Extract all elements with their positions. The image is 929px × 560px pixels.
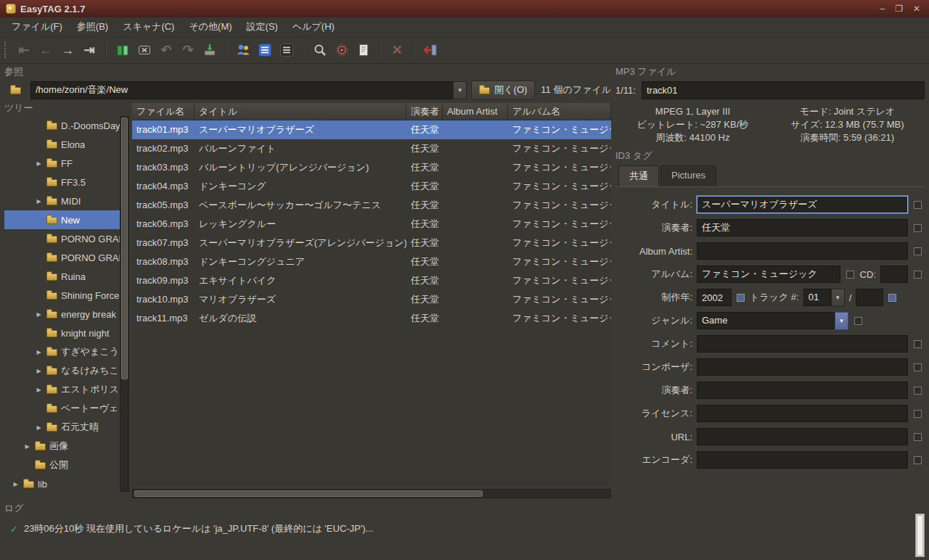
log-scrollbar[interactable] [915, 514, 925, 557]
file-row[interactable]: track03.mp3バルーントリップ(アレンジバージョン)任天堂ファミコン・ミ… [132, 158, 611, 177]
artist-checkbox[interactable] [914, 224, 922, 232]
show-log-button[interactable] [353, 40, 374, 60]
cd-input[interactable] [880, 265, 908, 283]
tree-item[interactable]: ▶MIDI [4, 192, 120, 210]
tree-item[interactable]: ▶エストポリス [4, 380, 120, 399]
tree-item[interactable]: PORNO GRAF [4, 248, 120, 267]
expander-icon[interactable]: ▶ [35, 198, 43, 205]
track-dropdown-arrow-icon[interactable]: ▼ [831, 289, 845, 307]
comment-input[interactable] [697, 335, 908, 353]
license-checkbox[interactable] [914, 410, 922, 418]
close-button[interactable]: ✕ [913, 4, 920, 14]
redo-button[interactable]: ↷ [178, 40, 198, 60]
remove-tags-button[interactable] [134, 40, 155, 60]
menu-settings[interactable]: 設定(S) [240, 17, 285, 37]
expander-icon[interactable]: ▶ [12, 481, 20, 487]
file-row[interactable]: track07.mp3スーパーマリオブラザーズ(アレンジバージョン)任天堂ファミ… [132, 234, 611, 252]
quit-button[interactable] [420, 40, 441, 60]
path-input[interactable] [30, 81, 453, 99]
genre-input[interactable] [697, 312, 835, 329]
log-entry[interactable]: ✓ 23時06分10秒 現在使用しているロケールは 'ja_JP.UTF-8' … [10, 522, 915, 535]
log-scrollbar-thumb[interactable] [917, 515, 923, 556]
file-row[interactable]: track02.mp3バルーンファイト任天堂ファミコン・ミュージック [132, 139, 611, 158]
cddb-search-button[interactable] [332, 40, 352, 60]
previous-file-button[interactable]: ← [36, 40, 56, 60]
tree-item[interactable]: Ruina [4, 267, 120, 286]
first-file-button[interactable]: ⇤ [14, 40, 34, 60]
toolbar-grip[interactable] [4, 42, 9, 58]
invert-selection-button[interactable] [277, 40, 297, 60]
tree-item[interactable]: FF3.5 [4, 173, 120, 192]
file-row[interactable]: track06.mp3レッキングクルー任天堂ファミコン・ミュージック [132, 215, 611, 234]
album-input[interactable] [697, 265, 840, 283]
stop-button[interactable]: ✕ [387, 40, 407, 60]
genre-dropdown-arrow-icon[interactable]: ▼ [835, 312, 848, 330]
tree-item[interactable]: ▶石元丈晴 [4, 418, 120, 437]
tree-item[interactable]: knight night [4, 324, 120, 342]
tree-scrollbar[interactable] [120, 116, 129, 492]
scan-files-button[interactable] [112, 40, 133, 60]
year-mini-button[interactable] [737, 294, 745, 302]
encoder-checkbox[interactable] [914, 456, 922, 464]
column-title[interactable]: タイトル [195, 103, 406, 120]
expander-icon[interactable]: ▶ [23, 443, 31, 450]
tree-item-selected[interactable]: New [4, 210, 120, 229]
original-artist-input[interactable] [697, 382, 908, 399]
tree-item[interactable]: ▶lib [4, 474, 120, 492]
file-row[interactable]: track09.mp3エキサイトバイク任天堂ファミコン・ミュージック [132, 271, 611, 290]
cd-checkbox[interactable] [914, 271, 922, 279]
file-row[interactable]: track04.mp3ドンキーコング任天堂ファミコン・ミュージック [132, 177, 611, 196]
tree-item[interactable]: 公開 [4, 456, 120, 474]
maximize-button[interactable]: ❐ [895, 4, 903, 14]
track-total-input[interactable] [856, 289, 883, 306]
album-artist-input[interactable] [697, 242, 908, 260]
tree-item[interactable]: Elona [4, 135, 120, 154]
tree-item[interactable]: ベートーヴェ [4, 399, 120, 418]
open-button[interactable]: 開く(O) [471, 81, 535, 100]
tree-item[interactable]: ▶FF [4, 154, 120, 173]
tree-item[interactable]: D.-DoomsDay [4, 116, 120, 135]
select-all-files-button[interactable] [255, 40, 275, 60]
album-checkbox[interactable] [846, 271, 854, 279]
license-input[interactable] [697, 405, 908, 422]
composer-input[interactable] [697, 358, 908, 376]
url-checkbox[interactable] [914, 433, 922, 441]
year-input[interactable] [697, 289, 732, 306]
file-row[interactable]: track11.mp3ゼルダの伝説任天堂ファミコン・ミュージック [132, 309, 611, 328]
expander-icon[interactable]: ▶ [35, 424, 43, 431]
file-row[interactable]: track10.mp3マリオブラザーズ任天堂ファミコン・ミュージック [132, 290, 611, 309]
album-artist-checkbox[interactable] [914, 247, 922, 255]
expander-icon[interactable]: ▶ [35, 311, 43, 318]
search-button[interactable] [310, 40, 330, 60]
expander-icon[interactable]: ▶ [35, 160, 43, 167]
file-row[interactable]: track05.mp3ベースボール〜サッカー〜ゴルフ〜テニス任天堂ファミコン・ミ… [132, 196, 611, 215]
tree-item[interactable]: Shining Force [4, 286, 120, 305]
tab-pictures[interactable]: Pictures [660, 165, 716, 186]
track-mini-button[interactable] [888, 294, 896, 302]
tree-scrollbar-thumb[interactable] [121, 118, 128, 379]
file-row-selected[interactable]: track01.mp3スーパーマリオブラザーズ任天堂ファミコン・ミュージック [132, 120, 611, 139]
path-dropdown-arrow-icon[interactable]: ▼ [453, 81, 467, 99]
tab-common[interactable]: 共通 [618, 165, 659, 186]
minimize-button[interactable]: – [880, 4, 885, 14]
expander-icon[interactable]: ▶ [35, 387, 43, 393]
last-file-button[interactable]: ⇥ [79, 40, 99, 60]
next-file-button[interactable]: → [57, 40, 78, 60]
tree-item[interactable]: ▶なるけみちこ [4, 361, 120, 380]
title-input[interactable] [697, 196, 908, 213]
save-files-button[interactable] [200, 40, 220, 60]
filename-input[interactable] [642, 81, 925, 99]
artist-album-view-button[interactable] [233, 40, 253, 60]
composer-checkbox[interactable] [914, 363, 922, 371]
undo-button[interactable]: ↶ [156, 40, 176, 60]
column-artist[interactable]: 演奏者 [406, 103, 443, 120]
expander-icon[interactable]: ▶ [35, 349, 43, 355]
expander-icon[interactable]: ▶ [35, 368, 43, 374]
encoder-input[interactable] [697, 451, 908, 469]
menu-scanner[interactable]: スキャナ(C) [115, 17, 181, 37]
tree-item[interactable]: PORNO GRAF [4, 229, 120, 248]
tree-item[interactable]: ▶画像 [4, 437, 120, 456]
artist-input[interactable] [697, 219, 908, 236]
tree-item[interactable]: ▶すぎやまこう [4, 342, 120, 361]
original-artist-checkbox[interactable] [914, 387, 922, 395]
